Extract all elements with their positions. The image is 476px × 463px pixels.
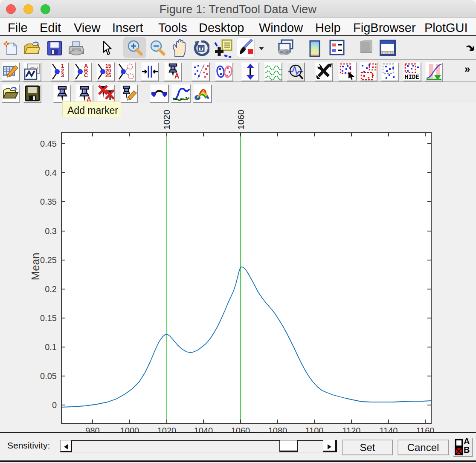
svg-text:1020: 1020 [157, 426, 177, 432]
svg-text:1040: 1040 [194, 426, 213, 432]
svg-text:25: 25 [105, 72, 111, 78]
svg-text:0.2: 0.2 [45, 284, 57, 294]
svg-text:0.4: 0.4 [45, 168, 57, 177]
svg-text:0.35: 0.35 [40, 197, 57, 206]
svg-text:1160: 1160 [416, 426, 434, 432]
svg-text:HIDE: HIDE [405, 74, 419, 81]
svg-text:1060: 1060 [236, 110, 246, 130]
svg-text:1020: 1020 [162, 110, 171, 130]
svg-text:0.05: 0.05 [40, 371, 57, 381]
svg-text:1060: 1060 [231, 426, 250, 432]
svg-text:0.3: 0.3 [45, 226, 57, 236]
svg-text:0.45: 0.45 [40, 139, 57, 148]
svg-text:3: 3 [61, 72, 64, 78]
svg-text:1140: 1140 [379, 426, 398, 432]
svg-text:Mean: Mean [29, 252, 42, 280]
svg-text:A: A [87, 95, 91, 102]
svg-text:0: 0 [52, 400, 57, 410]
svg-text:980: 980 [85, 426, 99, 432]
svg-text:1120: 1120 [342, 426, 360, 432]
svg-text:0.1: 0.1 [45, 342, 57, 352]
svg-text:0.25: 0.25 [40, 255, 57, 265]
svg-text:1080: 1080 [268, 426, 287, 432]
svg-text:0.15: 0.15 [40, 313, 57, 323]
svg-text:1000: 1000 [120, 426, 139, 432]
svg-text:A: A [174, 72, 180, 80]
svg-text:C: C [84, 72, 88, 78]
svg-text:1100: 1100 [305, 426, 323, 432]
